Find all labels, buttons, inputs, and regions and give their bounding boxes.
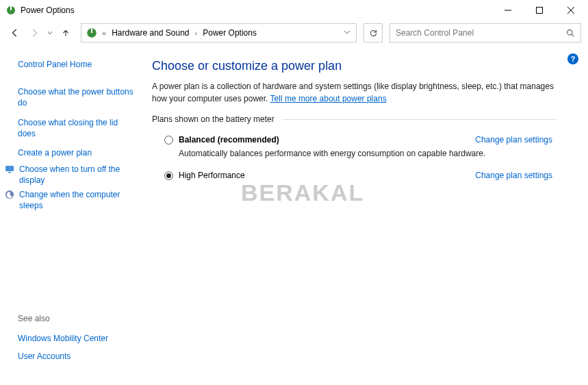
search-placeholder: Search Control Panel xyxy=(396,28,566,38)
content-body: Control Panel Home Choose what the power… xyxy=(0,45,588,385)
plan-high-performance-radio[interactable] xyxy=(164,171,173,180)
breadcrumb-hardware-sound[interactable]: Hardware and Sound xyxy=(109,27,192,39)
window-title: Power Options xyxy=(21,5,75,15)
breadcrumb-chevron-icon: « xyxy=(102,29,106,37)
page-heading: Choose or customize a power plan xyxy=(152,59,557,73)
plan-balanced-description: Automatically balances performance with … xyxy=(179,149,552,158)
address-dropdown-icon[interactable] xyxy=(341,28,353,38)
divider xyxy=(283,119,557,120)
sidebar-turn-off-display[interactable]: Choose when to turn off the display xyxy=(19,164,137,186)
recent-locations-dropdown[interactable] xyxy=(45,25,55,41)
main-panel: Choose or customize a power plan A power… xyxy=(144,45,588,385)
seealso-user-accounts[interactable]: User Accounts xyxy=(18,348,137,364)
sidebar: Control Panel Home Choose what the power… xyxy=(0,45,144,385)
sidebar-power-buttons[interactable]: Choose what the power buttons do xyxy=(18,84,137,111)
svg-rect-11 xyxy=(8,172,11,173)
svg-rect-1 xyxy=(10,6,12,10)
navigation-bar: « Hardware and Sound › Power Options Sea… xyxy=(0,21,588,45)
search-icon xyxy=(566,29,575,38)
title-bar: Power Options xyxy=(0,0,588,21)
plan-balanced-change-link[interactable]: Change plan settings xyxy=(475,135,552,145)
plan-balanced-radio[interactable] xyxy=(164,136,173,145)
sleep-icon xyxy=(4,189,15,200)
plan-balanced-name[interactable]: Balanced (recommended) xyxy=(179,135,279,145)
close-button[interactable] xyxy=(555,0,587,21)
back-button[interactable] xyxy=(7,25,23,41)
plans-group-label: Plans shown on the battery meter xyxy=(152,114,279,124)
window-controls xyxy=(492,0,587,21)
up-button[interactable] xyxy=(57,25,74,41)
svg-line-9 xyxy=(572,34,574,36)
refresh-button[interactable] xyxy=(363,23,383,42)
svg-point-8 xyxy=(567,29,572,34)
svg-rect-10 xyxy=(5,166,14,171)
power-options-icon xyxy=(5,5,16,16)
plan-high-performance-name[interactable]: High Performance xyxy=(179,171,245,180)
sidebar-control-panel-home[interactable]: Control Panel Home xyxy=(18,56,137,73)
plan-high-performance-change-link[interactable]: Change plan settings xyxy=(475,171,552,180)
see-also-label: See also xyxy=(18,314,137,327)
plan-balanced: Balanced (recommended) Change plan setti… xyxy=(152,131,557,166)
search-box[interactable]: Search Control Panel xyxy=(389,23,581,42)
minimize-button[interactable] xyxy=(492,0,524,21)
forward-button[interactable] xyxy=(26,25,42,41)
address-bar[interactable]: « Hardware and Sound › Power Options xyxy=(81,23,357,42)
seealso-mobility-center[interactable]: Windows Mobility Center xyxy=(18,330,137,347)
plans-group-header: Plans shown on the battery meter xyxy=(152,114,557,124)
svg-rect-7 xyxy=(91,29,92,33)
breadcrumb-separator-icon: › xyxy=(195,29,198,37)
sidebar-computer-sleeps[interactable]: Change when the computer sleeps xyxy=(19,189,137,211)
tell-me-more-link[interactable]: Tell me more about power plans xyxy=(270,94,387,103)
location-icon xyxy=(86,27,98,39)
page-description: A power plan is a collection of hardware… xyxy=(152,80,557,105)
svg-rect-3 xyxy=(537,8,543,14)
sidebar-closing-lid[interactable]: Choose what closing the lid does xyxy=(18,114,137,142)
sidebar-create-plan[interactable]: Create a power plan xyxy=(18,145,137,161)
display-icon xyxy=(4,164,15,175)
maximize-button[interactable] xyxy=(524,0,555,21)
breadcrumb-power-options[interactable]: Power Options xyxy=(200,27,259,39)
plan-high-performance: High Performance Change plan settings xyxy=(152,166,557,188)
